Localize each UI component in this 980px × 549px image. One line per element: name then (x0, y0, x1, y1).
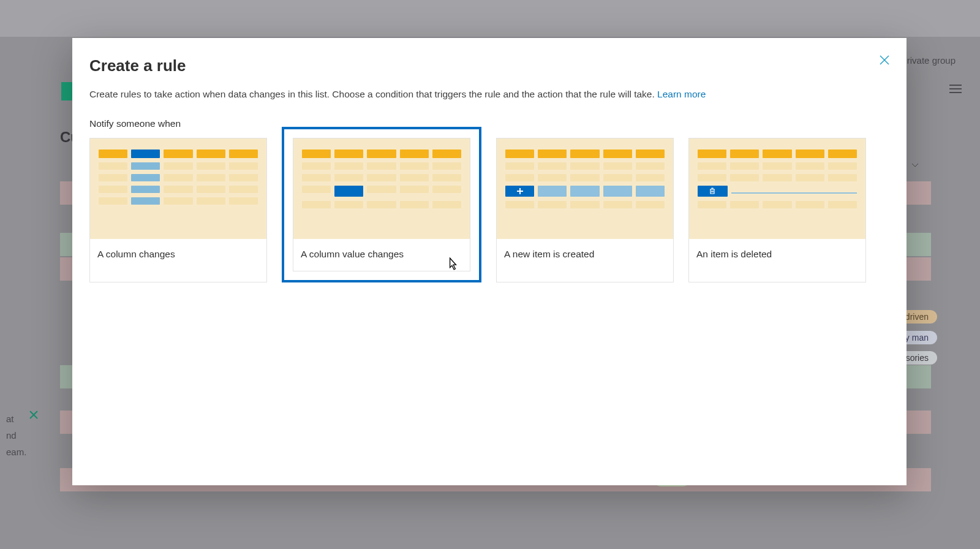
learn-more-link[interactable]: Learn more (657, 89, 706, 99)
create-rule-dialog: Create a rule Create rules to take actio… (72, 38, 907, 485)
plus-icon (505, 186, 534, 197)
card-label: A column value changes (293, 239, 470, 271)
rule-card-selected-frame: A column value changes (282, 127, 481, 282)
dialog-description: Create rules to take action when data ch… (89, 89, 889, 100)
card-label: A column changes (90, 239, 266, 271)
close-button[interactable] (876, 51, 893, 69)
modal-overlay: Create a rule Create rules to take actio… (0, 0, 980, 549)
rule-card-new-item[interactable]: A new item is created (496, 138, 674, 282)
rule-options: A column changes A column value changes (89, 138, 889, 282)
card-illustration (90, 138, 266, 239)
card-label: A new item is created (497, 239, 673, 271)
card-illustration (689, 138, 865, 239)
rule-card-column-changes[interactable]: A column changes (89, 138, 267, 282)
card-illustration (293, 138, 470, 239)
trash-icon (698, 186, 728, 197)
rule-card-column-value-changes[interactable]: A column value changes (293, 138, 470, 271)
rule-card-item-deleted[interactable]: An item is deleted (688, 138, 866, 282)
dialog-title: Create a rule (89, 56, 889, 75)
card-illustration (497, 138, 673, 239)
card-label: An item is deleted (689, 239, 865, 271)
section-label: Notify someone when (89, 118, 889, 129)
